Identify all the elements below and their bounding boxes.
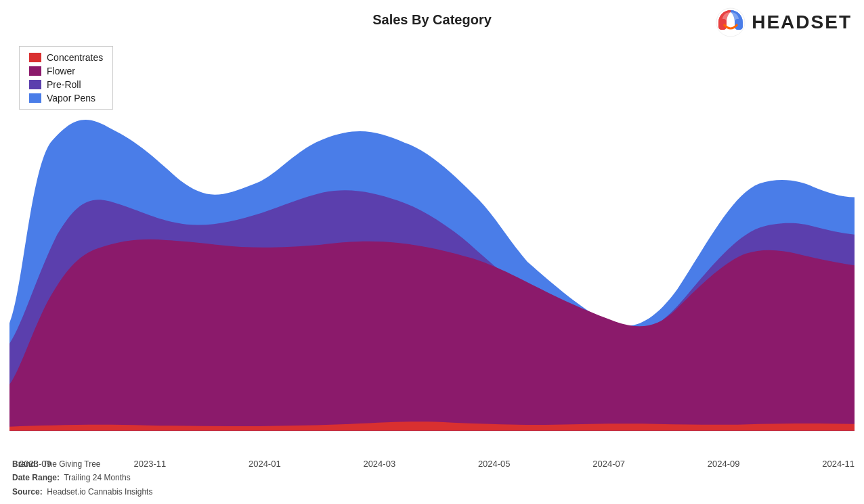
chart-legend: Concentrates Flower Pre-Roll Vapor Pens <box>19 46 113 110</box>
area-flower <box>9 239 855 431</box>
footer-date-range: Date Range: Trailing 24 Months <box>12 471 152 484</box>
footer-info: Brand: The Giving Tree Date Range: Trail… <box>12 457 152 499</box>
legend-item-concentrates: Concentrates <box>29 52 103 63</box>
legend-label-flower: Flower <box>47 66 75 76</box>
legend-swatch-concentrates <box>29 53 41 62</box>
date-range-label: Date Range: <box>12 473 60 482</box>
date-range-value: Trailing 24 Months <box>64 473 130 482</box>
chart-svg <box>9 37 855 432</box>
x-label-6: 2024-09 <box>708 459 740 469</box>
chart-container: HEADSET Sales By Category Concentrates F… <box>0 0 864 504</box>
legend-item-vaporpens: Vapor Pens <box>29 93 103 104</box>
brand-label: Brand: <box>12 459 39 469</box>
logo-text: HEADSET <box>752 12 852 33</box>
x-label-3: 2024-03 <box>363 459 395 469</box>
brand-value: The Giving Tree <box>43 459 100 469</box>
legend-label-vaporpens: Vapor Pens <box>47 93 95 104</box>
headset-logo: HEADSET <box>715 7 852 38</box>
legend-swatch-vaporpens <box>29 93 41 103</box>
legend-swatch-preroll <box>29 80 41 89</box>
legend-item-preroll: Pre-Roll <box>29 79 103 90</box>
legend-label-preroll: Pre-Roll <box>47 79 81 90</box>
legend-item-flower: Flower <box>29 66 103 76</box>
x-label-4: 2024-05 <box>478 459 511 469</box>
x-label-2: 2024-01 <box>249 459 281 469</box>
x-label-7: 2024-11 <box>822 459 855 469</box>
source-value: Headset.io Cannabis Insights <box>47 487 152 497</box>
footer-source: Source: Headset.io Cannabis Insights <box>12 485 152 499</box>
x-label-5: 2024-07 <box>592 459 625 469</box>
headset-logo-icon <box>715 7 746 38</box>
legend-label-concentrates: Concentrates <box>47 52 103 63</box>
source-label: Source: <box>12 487 43 497</box>
footer-brand: Brand: The Giving Tree <box>12 457 152 471</box>
legend-swatch-flower <box>29 66 41 76</box>
